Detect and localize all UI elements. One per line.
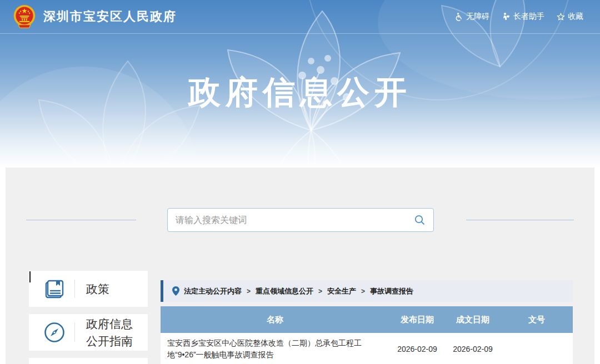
table-header-row: 名称 发布日期 成文日期 文号: [161, 306, 573, 333]
breadcrumb-item-current: 事故调查报告: [370, 286, 413, 296]
page: 深圳市宝安区人民政府 无障碍: [0, 0, 600, 364]
search-button[interactable]: [414, 214, 426, 226]
sidebar-item-government-info[interactable]: 政府信息: [29, 358, 148, 364]
doc-date-cell: 2026-02-09: [445, 345, 501, 353]
compass-icon: [34, 321, 74, 344]
breadcrumb-item[interactable]: 重点领域信息公开: [256, 286, 313, 296]
sidebar-item-label: 政策: [75, 280, 142, 297]
site-brand[interactable]: 深圳市宝安区人民政府: [12, 4, 177, 29]
table-row: 宝安西乡宝安区中心医院整体改造（二期）总承包工程工地“9•26”一般触电事故调查…: [161, 333, 573, 364]
breadcrumb-separator: >: [247, 287, 251, 295]
sidebar-item-disclosure-guide[interactable]: 政府信息公开指南: [29, 314, 148, 351]
site-title: 深圳市宝安区人民政府: [43, 8, 177, 25]
breadcrumb-separator: >: [361, 287, 365, 295]
main-content: 法定主动公开内容 > 重点领域信息公开 > 安全生产 > 事故调查报告 名称 发…: [161, 280, 573, 364]
report-title-link[interactable]: 宝安西乡宝安区中心医院整体改造（二期）总承包工程工地“9•26”一般触电事故调查…: [161, 333, 389, 364]
favorite-link[interactable]: 收藏: [557, 12, 583, 22]
column-header-publish-date: 发布日期: [389, 315, 445, 325]
reports-table: 名称 发布日期 成文日期 文号 宝安西乡宝安区中心医院整体改造（二期）总承包工程…: [161, 306, 573, 364]
breadcrumb-item[interactable]: 法定主动公开内容: [184, 286, 242, 296]
page-title: 政府信息公开: [0, 71, 600, 114]
elder-helper-label: 长者助手: [513, 12, 544, 22]
sidebar-item-label: 政府信息公开指南: [75, 315, 142, 350]
column-header-doc-number: 文号: [501, 315, 573, 325]
breadcrumb-item[interactable]: 安全生产: [327, 286, 356, 296]
column-header-doc-date: 成文日期: [445, 315, 501, 325]
accessibility-label: 无障碍: [466, 12, 489, 22]
publish-date-cell: 2026-02-09: [389, 345, 445, 353]
decorative-line-left: [26, 220, 136, 220]
column-header-name: 名称: [161, 315, 389, 325]
search-icon: [414, 214, 426, 226]
search-input[interactable]: [176, 215, 414, 225]
search-row: [6, 208, 594, 232]
wheelchair-icon: [454, 12, 463, 21]
content-container: 政策 政府信息公开指南: [6, 168, 594, 364]
elder-helper-icon: [502, 12, 511, 21]
decorative-line-right: [466, 220, 574, 220]
sidebar-item-policy[interactable]: 政策: [29, 271, 148, 307]
elder-helper-link[interactable]: 长者助手: [502, 12, 544, 22]
favorite-label: 收藏: [568, 12, 583, 22]
text-caret: [29, 271, 31, 282]
book-icon: [34, 277, 74, 301]
search-box: [167, 208, 434, 232]
location-pin-icon: [172, 286, 179, 296]
accessibility-link[interactable]: 无障碍: [454, 12, 489, 22]
breadcrumb-separator: >: [318, 287, 322, 295]
breadcrumb: 法定主动公开内容 > 重点领域信息公开 > 安全生产 > 事故调查报告: [161, 280, 573, 302]
sidebar: 政策 政府信息公开指南: [29, 271, 148, 364]
topbar: 深圳市宝安区人民政府 无障碍: [0, 0, 600, 34]
star-icon: [557, 13, 565, 21]
national-emblem-logo: [12, 4, 37, 29]
topbar-links: 无障碍 长者助手 收藏: [454, 12, 583, 22]
banner: 深圳市宝安区人民政府 无障碍: [0, 0, 600, 168]
